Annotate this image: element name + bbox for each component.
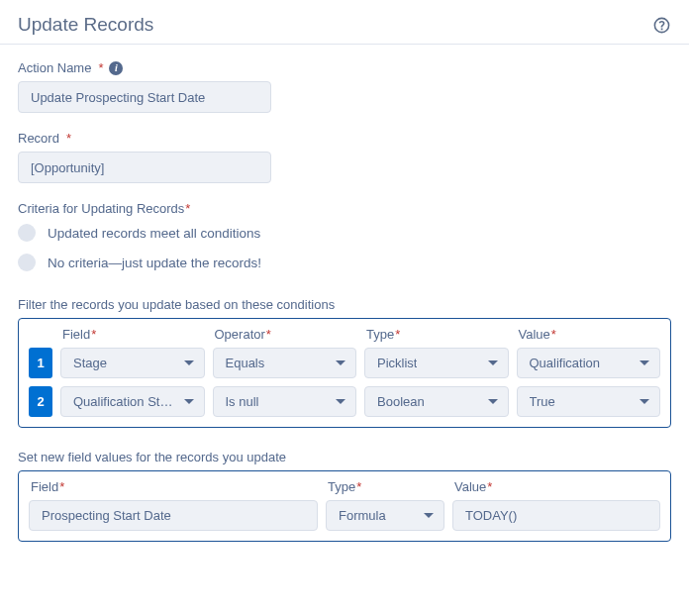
chevron-down-icon <box>488 399 498 404</box>
required-marker: * <box>59 479 64 494</box>
filter-header-type: Type <box>366 327 394 342</box>
filter-operator-value: Is null <box>226 394 259 409</box>
filter-header-row: Field* Operator* Type* Value* <box>29 327 660 342</box>
set-header-row: Field* Type* Value* <box>29 479 660 494</box>
action-name-group: Action Name* i <box>18 60 671 113</box>
required-marker: * <box>487 479 492 494</box>
filter-type-value: Boolean <box>377 394 425 409</box>
required-marker: * <box>185 201 190 216</box>
filter-header-field: Field <box>62 327 90 342</box>
filter-operator-select[interactable]: Equals <box>213 348 357 378</box>
action-name-label-row: Action Name* i <box>18 60 671 75</box>
required-marker: * <box>91 327 96 342</box>
required-marker: * <box>98 60 103 75</box>
set-value-display[interactable]: TODAY() <box>452 500 660 531</box>
set-row: Prospecting Start Date Formula TODAY() <box>29 500 660 531</box>
record-label-row: Record* <box>18 131 671 146</box>
filter-value-select[interactable]: True <box>517 386 661 417</box>
set-header-field: Field <box>31 479 58 494</box>
panel-title: Update Records <box>18 14 153 36</box>
required-marker: * <box>551 327 556 342</box>
filter-row: 1 Stage Equals Picklist Qualification <box>29 348 660 378</box>
filter-type-select[interactable]: Boolean <box>364 386 509 417</box>
set-type-value: Formula <box>339 508 386 523</box>
filter-field-value: Stage <box>73 356 107 370</box>
filter-operator-value: Equals <box>226 356 265 370</box>
chevron-down-icon <box>336 360 345 365</box>
set-values-box: Field* Type* Value* Prospecting Start Da… <box>18 470 671 542</box>
filter-header-value: Value <box>519 327 550 342</box>
info-icon[interactable]: i <box>109 61 123 75</box>
filter-title: Filter the records you update based on t… <box>18 297 671 312</box>
panel-header: Update Records <box>0 0 689 45</box>
chevron-down-icon <box>184 399 194 404</box>
filter-field-value: Qualification Start ... <box>73 394 176 409</box>
filter-row: 2 Qualification Start ... Is null Boolea… <box>29 386 660 417</box>
radio-icon <box>18 224 36 242</box>
chevron-down-icon <box>640 360 649 365</box>
criteria-option-all-label: Updated records meet all conditions <box>48 226 260 241</box>
criteria-option-all[interactable]: Updated records meet all conditions <box>18 224 671 242</box>
help-icon[interactable] <box>651 15 671 35</box>
filter-field-select[interactable]: Qualification Start ... <box>60 386 205 417</box>
set-header-type: Type <box>328 479 355 494</box>
set-header-value: Value <box>454 479 486 494</box>
record-label: Record <box>18 131 59 146</box>
row-number-badge: 1 <box>29 348 52 378</box>
action-name-label: Action Name <box>18 60 91 75</box>
panel-content: Action Name* i Record* Criteria for Upda… <box>0 45 689 560</box>
filter-value-value: True <box>530 394 555 409</box>
required-marker: * <box>66 131 71 146</box>
criteria-label: Criteria for Updating Records <box>18 201 184 216</box>
record-group: Record* <box>18 131 671 183</box>
criteria-radio-group: Updated records meet all conditions No c… <box>18 224 671 271</box>
required-marker: * <box>356 479 361 494</box>
chevron-down-icon <box>184 360 194 365</box>
radio-icon <box>18 254 36 271</box>
filter-conditions-box: Field* Operator* Type* Value* 1 Stage Eq… <box>18 318 671 428</box>
chevron-down-icon <box>640 399 649 404</box>
required-marker: * <box>266 327 271 342</box>
criteria-option-none[interactable]: No criteria—just update the records! <box>18 254 671 271</box>
filter-type-value: Picklist <box>377 356 417 370</box>
filter-value-value: Qualification <box>530 356 601 370</box>
chevron-down-icon <box>488 360 498 365</box>
set-field-display[interactable]: Prospecting Start Date <box>29 500 318 531</box>
set-type-select[interactable]: Formula <box>326 500 444 531</box>
filter-operator-select[interactable]: Is null <box>213 386 357 417</box>
filter-type-select[interactable]: Picklist <box>364 348 509 378</box>
required-marker: * <box>395 327 400 342</box>
filter-value-select[interactable]: Qualification <box>517 348 661 378</box>
set-field-value: Prospecting Start Date <box>42 508 171 523</box>
record-input[interactable] <box>18 152 271 183</box>
action-name-input[interactable] <box>18 81 271 113</box>
criteria-label-row: Criteria for Updating Records* <box>18 201 671 216</box>
set-value-value: TODAY() <box>465 508 517 523</box>
criteria-option-none-label: No criteria—just update the records! <box>48 256 261 270</box>
set-values-title: Set new field values for the records you… <box>18 450 671 464</box>
chevron-down-icon <box>336 399 345 404</box>
row-number-badge: 2 <box>29 386 52 417</box>
filter-header-operator: Operator <box>215 327 265 342</box>
chevron-down-icon <box>424 513 434 518</box>
filter-field-select[interactable]: Stage <box>60 348 205 378</box>
